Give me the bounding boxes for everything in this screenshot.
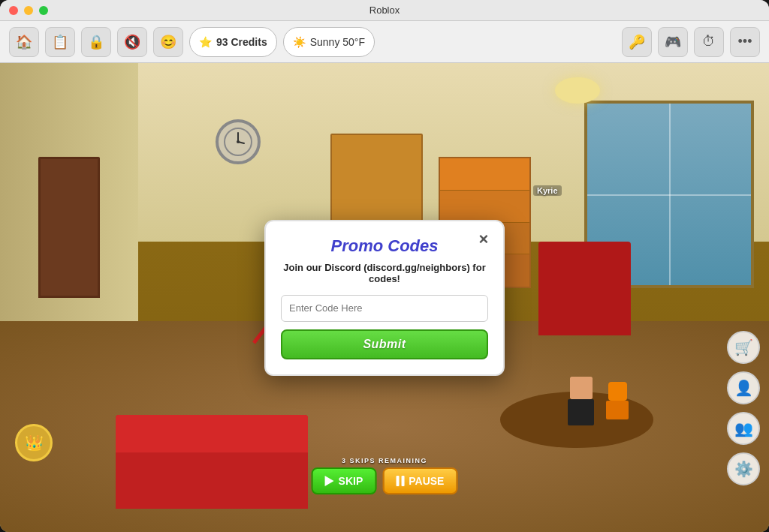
submit-button[interactable]: Submit [281,329,488,359]
sun-icon: ☀️ [293,36,306,48]
gamepad-button[interactable]: 🎮 [658,27,688,57]
skip-label: SKIP [339,475,363,487]
window-controls [9,6,48,15]
weather-button[interactable]: ☀️ Sunny 50°F [283,27,375,57]
bottom-ui: 3 SKIPS REMAINING SKIP PAUSE [312,457,458,494]
skip-button[interactable]: SKIP [312,467,377,494]
lock-button[interactable]: 🔒 [81,27,111,57]
credits-button[interactable]: ⭐ 93 Credits [189,27,277,57]
more-button[interactable]: ••• [730,27,760,57]
toolbar-right: 🔑 🎮 ⏱ ••• [622,27,760,57]
game-area: Kyrie 👑 [0,63,769,532]
skips-label: 3 SKIPS REMAINING [342,457,427,464]
modal-subtitle: Join our Discord (discord.gg/neighbors) … [281,262,488,284]
pause-button[interactable]: PAUSE [382,467,457,494]
title-bar: Roblox [0,0,769,21]
weather-label: Sunny 50°F [310,36,365,48]
promo-modal: × Promo Codes Join our Discord (discord.… [264,220,505,376]
emoji-button[interactable]: 😊 [153,27,183,57]
key-button[interactable]: 🔑 [622,27,652,57]
code-input[interactable] [281,295,488,322]
window-title: Roblox [369,5,400,16]
profile-button[interactable]: 👤 [727,371,760,404]
mute-button[interactable]: 🔇 [117,27,147,57]
toolbar: 🏠 📋 🔒 🔇 😊 ⭐ 93 Credits ☀️ Sunny 50°F 🔑 🎮… [0,21,769,63]
room-scene: Kyrie 👑 [0,63,769,532]
game-controls: SKIP PAUSE [312,467,458,494]
credits-label: 93 Credits [216,36,267,48]
history-button[interactable]: ⏱ [694,27,724,57]
pause-label: PAUSE [409,475,444,487]
right-icons: 🛒 👤 👥 ⚙️ [727,331,760,485]
play-icon [325,476,334,486]
shop-button[interactable]: 🛒 [727,331,760,364]
home-button[interactable]: 🏠 [9,27,39,57]
friends-button[interactable]: 👥 [727,412,760,445]
settings-button[interactable]: ⚙️ [727,452,760,485]
credits-icon: ⭐ [199,36,212,48]
modal-title: Promo Codes [281,236,488,256]
close-button[interactable] [9,6,18,15]
pause-icon [396,476,404,486]
window-chrome: Roblox 🏠 📋 🔒 🔇 😊 ⭐ 93 Credits ☀️ Sunny 5… [0,0,769,532]
clipboard-button[interactable]: 📋 [45,27,75,57]
maximize-button[interactable] [39,6,48,15]
modal-close-button[interactable]: × [473,229,494,250]
minimize-button[interactable] [24,6,33,15]
